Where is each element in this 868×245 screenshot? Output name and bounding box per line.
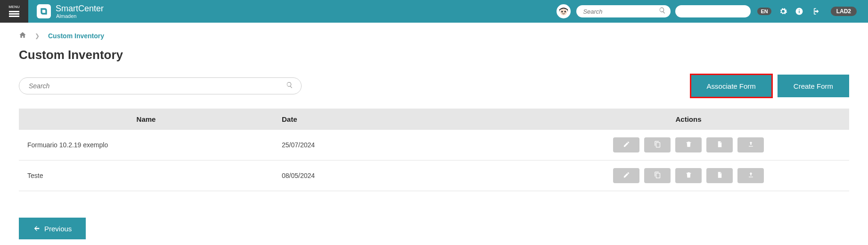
cell-name: Teste [19, 161, 273, 191]
table-search [19, 77, 302, 94]
doc-icon [716, 141, 723, 149]
col-date: Date [273, 109, 528, 130]
top-icons: EN LAD2 [757, 7, 857, 16]
copy-button[interactable] [644, 137, 671, 152]
svg-point-3 [565, 11, 566, 12]
copy-icon [654, 171, 661, 180]
button-group: Associate Form Create Form [691, 75, 849, 97]
upload-button[interactable] [737, 137, 764, 152]
svg-point-2 [562, 11, 563, 12]
edit-button[interactable] [613, 137, 639, 152]
logout-icon[interactable] [811, 7, 819, 16]
upload-icon [747, 141, 754, 149]
table-row: Formuario 10.2.19 exemplo25/07/2024 [19, 130, 849, 161]
previous-label: Previous [44, 225, 72, 233]
brand-title: SmartCenter [56, 4, 104, 13]
copy-icon [654, 141, 661, 149]
svg-rect-5 [799, 11, 800, 13]
brand[interactable]: SmartCenter Almaden [37, 4, 104, 19]
create-form-button[interactable]: Create Form [778, 75, 849, 97]
secondary-input-wrap [675, 5, 751, 17]
cell-date: 25/07/2024 [273, 130, 528, 161]
page-title: Custom Inventory [19, 48, 849, 62]
global-search-input[interactable] [576, 5, 671, 17]
cell-name: Formuario 10.2.19 exemplo [19, 130, 273, 161]
home-icon[interactable] [19, 31, 26, 40]
svg-rect-6 [799, 9, 800, 10]
topbar: MENU SmartCenter Almaden EN [0, 0, 868, 23]
menu-label: MENU [8, 5, 20, 9]
chevron-right-icon: ❯ [35, 33, 40, 39]
avatar[interactable] [557, 4, 571, 18]
doc-button[interactable] [706, 137, 733, 152]
table-search-input[interactable] [19, 77, 302, 94]
edit-button[interactable] [613, 168, 639, 183]
svg-point-1 [560, 8, 567, 15]
arrow-left-icon [33, 225, 41, 232]
edit-icon [623, 171, 630, 180]
previous-button[interactable]: Previous [19, 218, 86, 239]
doc-button[interactable] [706, 168, 733, 183]
info-icon[interactable] [795, 7, 803, 16]
env-badge: LAD2 [831, 7, 857, 16]
copy-button[interactable] [644, 168, 671, 183]
upload-icon [747, 171, 754, 180]
upload-button[interactable] [737, 168, 764, 183]
global-search [576, 5, 671, 17]
brand-subtitle: Almaden [56, 14, 104, 19]
trash-icon [685, 171, 692, 180]
inventory-table: Name Date Actions Formuario 10.2.19 exem… [19, 109, 849, 191]
associate-form-button[interactable]: Associate Form [691, 75, 772, 97]
cell-actions [528, 161, 849, 191]
toolbar-row: Associate Form Create Form [19, 75, 849, 97]
brand-text: SmartCenter Almaden [56, 4, 104, 19]
trash-icon [685, 141, 692, 149]
col-actions: Actions [528, 109, 849, 130]
brand-icon [37, 4, 51, 18]
hamburger-icon [9, 10, 19, 18]
search-icon [286, 82, 293, 91]
col-name: Name [19, 109, 273, 130]
cell-date: 08/05/2024 [273, 161, 528, 191]
trash-button[interactable] [675, 137, 702, 152]
edit-icon [623, 141, 630, 149]
cell-actions [528, 130, 849, 161]
language-badge[interactable]: EN [757, 8, 771, 15]
breadcrumb: ❯ Custom Inventory [0, 23, 868, 43]
table-row: Teste08/05/2024 [19, 161, 849, 191]
search-icon [659, 7, 666, 16]
trash-button[interactable] [675, 168, 702, 183]
content: Custom Inventory Associate Form Create F… [0, 43, 868, 245]
secondary-input[interactable] [675, 5, 751, 17]
breadcrumb-current[interactable]: Custom Inventory [48, 32, 104, 40]
menu-button[interactable]: MENU [0, 0, 28, 23]
gear-icon[interactable] [779, 7, 787, 16]
doc-icon [716, 171, 723, 180]
